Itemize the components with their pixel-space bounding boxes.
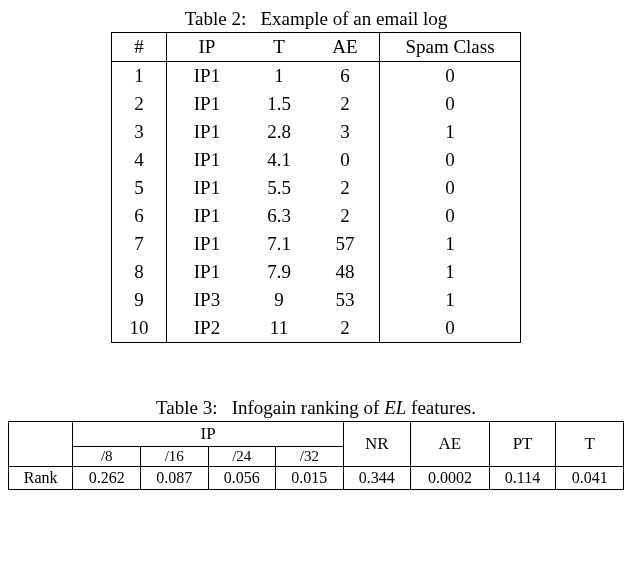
cell-ip: IP1 bbox=[167, 202, 248, 230]
table3-rank-label: Rank bbox=[9, 467, 73, 490]
cell-ip: IP2 bbox=[167, 314, 248, 343]
page: Table 2: Example of an email log # IP T … bbox=[0, 0, 632, 490]
cell-ae: 2 bbox=[311, 174, 380, 202]
table-row: 9 IP3 9 53 1 bbox=[112, 286, 521, 314]
table3-header-ip24: /24 bbox=[208, 447, 276, 467]
cell-ip: IP1 bbox=[167, 90, 248, 118]
table3-caption-el: EL bbox=[384, 397, 406, 418]
cell-num: 7 bbox=[112, 230, 167, 258]
table3-header-t: T bbox=[556, 422, 624, 467]
table3-wrapper: IP NR AE PT T /8 /16 /24 /32 Rank 0.262 … bbox=[8, 421, 624, 490]
table3-caption: Table 3: Infogain ranking of EL features… bbox=[8, 397, 624, 419]
cell-ae: 0 bbox=[311, 146, 380, 174]
cell-spam: 1 bbox=[380, 286, 521, 314]
cell-ip: IP1 bbox=[167, 230, 248, 258]
cell-ip: IP3 bbox=[167, 286, 248, 314]
cell-ae: 3 bbox=[311, 118, 380, 146]
table3-header-pt: PT bbox=[489, 422, 556, 467]
table-row: 10 IP2 11 2 0 bbox=[112, 314, 521, 343]
table2-header-row: # IP T AE Spam Class bbox=[112, 33, 521, 62]
cell-spam: 0 bbox=[380, 202, 521, 230]
table3-caption-text-a: Infogain ranking of bbox=[232, 397, 384, 418]
cell-num: 1 bbox=[112, 62, 167, 91]
cell-num: 3 bbox=[112, 118, 167, 146]
table3-caption-text-b: features. bbox=[406, 397, 476, 418]
table3-val-ip16: 0.087 bbox=[141, 467, 209, 490]
cell-num: 8 bbox=[112, 258, 167, 286]
cell-t: 1.5 bbox=[247, 90, 311, 118]
cell-spam: 0 bbox=[380, 314, 521, 343]
cell-ip: IP1 bbox=[167, 118, 248, 146]
table3-header-row1: IP NR AE PT T bbox=[9, 422, 624, 447]
cell-num: 10 bbox=[112, 314, 167, 343]
cell-spam: 0 bbox=[380, 146, 521, 174]
cell-ae: 6 bbox=[311, 62, 380, 91]
table3-val-ip32: 0.015 bbox=[276, 467, 344, 490]
cell-t: 1 bbox=[247, 62, 311, 91]
cell-spam: 0 bbox=[380, 90, 521, 118]
table2-wrapper: # IP T AE Spam Class 1 IP1 1 6 0 2 IP1 bbox=[8, 32, 624, 343]
table3-val-t: 0.041 bbox=[556, 467, 624, 490]
table2-header-num: # bbox=[112, 33, 167, 62]
table3-header-nr: NR bbox=[343, 422, 411, 467]
cell-num: 6 bbox=[112, 202, 167, 230]
table2-header-t: T bbox=[247, 33, 311, 62]
table-row: 5 IP1 5.5 2 0 bbox=[112, 174, 521, 202]
table2-caption: Table 2: Example of an email log bbox=[8, 8, 624, 30]
table-row: 4 IP1 4.1 0 0 bbox=[112, 146, 521, 174]
cell-t: 9 bbox=[247, 286, 311, 314]
table2-caption-text: Example of an email log bbox=[260, 8, 447, 29]
table3-val-nr: 0.344 bbox=[343, 467, 411, 490]
cell-ip: IP1 bbox=[167, 258, 248, 286]
cell-ae: 53 bbox=[311, 286, 380, 314]
table3-val-pt: 0.114 bbox=[489, 467, 556, 490]
table3-val-ip24: 0.056 bbox=[208, 467, 276, 490]
table2-caption-prefix: Table 2: bbox=[185, 8, 246, 29]
table2-header-ae: AE bbox=[311, 33, 380, 62]
cell-t: 7.1 bbox=[247, 230, 311, 258]
table-row: 2 IP1 1.5 2 0 bbox=[112, 90, 521, 118]
table2-header-spam: Spam Class bbox=[380, 33, 521, 62]
table2: # IP T AE Spam Class 1 IP1 1 6 0 2 IP1 bbox=[111, 32, 521, 343]
cell-ae: 57 bbox=[311, 230, 380, 258]
cell-ip: IP1 bbox=[167, 62, 248, 91]
cell-num: 9 bbox=[112, 286, 167, 314]
cell-ae: 2 bbox=[311, 202, 380, 230]
table-row: 3 IP1 2.8 3 1 bbox=[112, 118, 521, 146]
cell-t: 6.3 bbox=[247, 202, 311, 230]
cell-num: 5 bbox=[112, 174, 167, 202]
cell-t: 11 bbox=[247, 314, 311, 343]
table-row: 1 IP1 1 6 0 bbox=[112, 62, 521, 91]
table3-header-ip8: /8 bbox=[73, 447, 141, 467]
cell-num: 2 bbox=[112, 90, 167, 118]
table3-rank-row: Rank 0.262 0.087 0.056 0.015 0.344 0.000… bbox=[9, 467, 624, 490]
cell-ae: 2 bbox=[311, 90, 380, 118]
cell-t: 4.1 bbox=[247, 146, 311, 174]
cell-t: 2.8 bbox=[247, 118, 311, 146]
spacer bbox=[8, 343, 624, 397]
table-row: 6 IP1 6.3 2 0 bbox=[112, 202, 521, 230]
cell-spam: 0 bbox=[380, 174, 521, 202]
table3-val-ae: 0.0002 bbox=[411, 467, 490, 490]
table-row: 8 IP1 7.9 48 1 bbox=[112, 258, 521, 286]
table3: IP NR AE PT T /8 /16 /24 /32 Rank 0.262 … bbox=[8, 421, 624, 490]
cell-spam: 0 bbox=[380, 62, 521, 91]
cell-ae: 48 bbox=[311, 258, 380, 286]
cell-ip: IP1 bbox=[167, 146, 248, 174]
cell-spam: 1 bbox=[380, 118, 521, 146]
table3-val-ip8: 0.262 bbox=[73, 467, 141, 490]
table-row: 7 IP1 7.1 57 1 bbox=[112, 230, 521, 258]
table3-header-blank bbox=[9, 422, 73, 467]
table3-header-ae: AE bbox=[411, 422, 490, 467]
cell-ip: IP1 bbox=[167, 174, 248, 202]
table3-header-ip32: /32 bbox=[276, 447, 344, 467]
cell-ae: 2 bbox=[311, 314, 380, 343]
table2-body: 1 IP1 1 6 0 2 IP1 1.5 2 0 3 IP1 2.8 bbox=[112, 62, 521, 343]
table3-caption-prefix: Table 3: bbox=[156, 397, 217, 418]
cell-num: 4 bbox=[112, 146, 167, 174]
cell-t: 7.9 bbox=[247, 258, 311, 286]
table2-header-ip: IP bbox=[167, 33, 248, 62]
cell-t: 5.5 bbox=[247, 174, 311, 202]
cell-spam: 1 bbox=[380, 230, 521, 258]
cell-spam: 1 bbox=[380, 258, 521, 286]
